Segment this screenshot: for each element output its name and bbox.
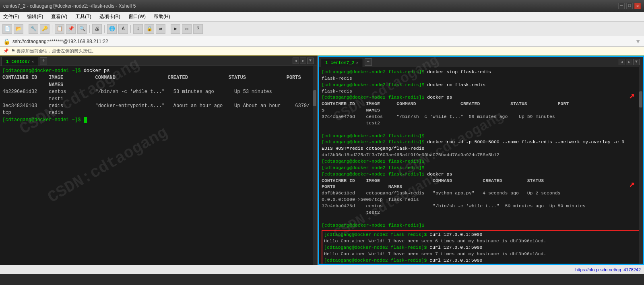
left-nav-prev[interactable]: ◀: [293, 58, 299, 64]
menu-bar: 文件(F) 编辑(E) 查看(V) 工具(T) 选项卡(B) 窗口(W) 帮助(…: [0, 12, 644, 22]
right-line-11: [cdtaogang@docker-node2 flask-redis]$: [322, 133, 640, 139]
globe-icon[interactable]: 🌐: [107, 24, 117, 34]
right-line-25: [cdtaogang@docker-node2 flask-redis]$: [322, 222, 640, 229]
paste-icon[interactable]: 📌: [66, 24, 76, 34]
hint-icon: 📌: [3, 48, 9, 54]
right-box-line-5: [cdtaogang@docker-node2 flask-redis]$ cu…: [324, 257, 638, 264]
sftp-icon[interactable]: ↕: [133, 24, 143, 34]
toolbar-separator-1: [26, 25, 26, 33]
hint-text: ⚑ 要添加当前会话，点击左侧的箭头按钮。: [11, 48, 96, 54]
left-nav-menu[interactable]: ▼: [307, 58, 314, 64]
right-scroll-thumb[interactable]: [639, 91, 642, 107]
right-line-6: CONTAINER ID IMAGE COMMAND CREATED STATU…: [322, 101, 640, 107]
address-dropdown-icon[interactable]: ▼: [635, 38, 641, 45]
main-content: CSDN:cdtaogang CSDN:cdtaogang 1 centos7 …: [0, 56, 644, 265]
address-text: ssh://cdtaogang:********@192.168.88.211:…: [12, 39, 108, 44]
new-session-icon[interactable]: 📄: [2, 24, 12, 34]
find-icon[interactable]: 🔍: [77, 24, 87, 34]
hint-bar: 📌 ⚑ 要添加当前会话，点击左侧的箭头按钮。: [0, 47, 644, 56]
right-panel-tab-add[interactable]: +: [365, 58, 372, 66]
left-term-content[interactable]: [cdtaogang@docker-node1 ~]$ docker ps CO…: [0, 66, 317, 265]
left-tab-close[interactable]: ✕: [31, 59, 34, 64]
right-nav-menu[interactable]: ▼: [633, 59, 640, 65]
right-line-14: dbf3b96c18cd225a7f3a7603ae465a4f9f9e93ba…: [322, 152, 640, 158]
right-line-2: flask-redis: [322, 75, 640, 82]
close-button[interactable]: ✕: [634, 3, 641, 9]
left-line-8: [cdtaogang@docker-node1 ~]$: [2, 117, 314, 124]
right-line-12: [cdtaogang@docker-node2 flask-redis]$ do…: [322, 139, 640, 145]
right-nav-prev[interactable]: ◀: [619, 59, 625, 65]
right-nav-next[interactable]: ▶: [626, 59, 632, 65]
key-icon[interactable]: 🔑: [40, 24, 50, 34]
toolbar-separator-2: [52, 25, 52, 33]
left-panel-tab-add[interactable]: +: [40, 57, 47, 64]
menu-file[interactable]: 文件(F): [2, 12, 21, 21]
left-line-6: 3ec348346103 redis "docker-entrypoint.s.…: [2, 103, 314, 109]
right-line-10: [322, 126, 640, 133]
compose-icon[interactable]: ✉: [182, 24, 192, 34]
left-panel-tab-centos7[interactable]: 1 centos7 ✕: [2, 57, 38, 66]
lock-icon[interactable]: 🔒: [144, 24, 154, 34]
right-line-1: [cdtaogang@docker-node2 flask-redis]$ do…: [322, 69, 640, 75]
toolbar-separator-6: [168, 25, 168, 33]
right-line-15: [cdtaogang@docker-node2 flask-redis]$: [322, 158, 640, 165]
right-line-5: [cdtaogang@docker-node2 flask-redis]$ do…: [322, 94, 640, 101]
menu-tools[interactable]: 工具(T): [74, 12, 93, 21]
left-line-2: CONTAINER ID IMAGE COMMAND CREATED STATU…: [2, 74, 314, 81]
menu-view[interactable]: 查看(V): [50, 12, 69, 21]
menu-tabs[interactable]: 选项卡(B): [98, 12, 122, 21]
right-box-line-3: [cdtaogang@docker-node2 flask-redis]$ cu…: [324, 244, 638, 251]
title-bar: centos7_2 - cdtaogang@docker-node2:~/fla…: [0, 0, 644, 12]
properties-icon[interactable]: 🔧: [29, 24, 38, 34]
left-line-1: [cdtaogang@docker-node1 ~]$ docker ps: [2, 68, 314, 74]
right-line-22: 37c4cba0476d centos "/bin/sh -c 'while t…: [322, 203, 640, 209]
red-arrow-2: ↗: [629, 178, 635, 191]
menu-edit[interactable]: 编辑(E): [25, 12, 45, 21]
right-line-3: [cdtaogang@docker-node2 flask-redis]$ do…: [322, 82, 640, 88]
copy-icon[interactable]: 📋: [55, 24, 64, 34]
left-line-4: 4b2296e81d32 centos "/bin/sh -c 'while t…: [2, 89, 314, 95]
print-icon[interactable]: 🖨: [92, 24, 102, 34]
right-term-content[interactable]: ↗ ↗ [cdtaogang@docker-node2 flask-redis]…: [319, 67, 643, 264]
minimize-button[interactable]: ─: [618, 3, 625, 9]
right-terminal-panel[interactable]: CSDN:cdtaogang CSDN:cdtaogang CSDN:cdtao…: [318, 56, 644, 265]
left-panel-tab-row: 1 centos7 ✕ + ◀ ▶ ▼: [0, 56, 317, 66]
right-line-18: CONTAINER ID IMAGE COMMAND CREATED STATU…: [322, 178, 640, 184]
help-icon2[interactable]: ?: [193, 24, 203, 34]
left-terminal-panel[interactable]: CSDN:cdtaogang CSDN:cdtaogang 1 centos7 …: [0, 56, 318, 265]
menu-help[interactable]: 帮助(H): [152, 12, 172, 21]
right-line-13: EDIS_HOST=redis cdtaogang/flask-redis: [322, 145, 640, 152]
right-line-9: test2: [322, 120, 640, 126]
right-tab-label: 1 centos7_2: [325, 60, 355, 65]
window-title: centos7_2 - cdtaogang@docker-node2:~/fla…: [3, 3, 136, 9]
right-panel-tab-centos7-2[interactable]: 1 centos7_2 ✕: [321, 58, 363, 67]
right-panel-tab-row: 1 centos7_2 ✕ + ◀ ▶ ▼: [319, 57, 643, 67]
status-url: https://blog.csdn.net/qq_4178242: [575, 267, 641, 272]
right-scrollbar[interactable]: [639, 67, 643, 264]
right-line-16: [cdtaogang@docker-node2 flask-redis]$: [322, 165, 640, 171]
toolbar: 📄 📂 🔧 🔑 📋 📌 🔍 🖨 🌐 A ↕ 🔒 ⇄ ▶ ✉ ?: [0, 22, 644, 36]
right-line-23: test2: [322, 209, 640, 216]
script-icon[interactable]: ▶: [171, 24, 180, 34]
left-scroll-thumb[interactable]: [313, 90, 316, 106]
right-box-line-1: [cdtaogang@docker-node2 flask-redis]$ cu…: [324, 231, 638, 238]
open-icon[interactable]: 📂: [14, 24, 23, 34]
right-line-24: [322, 216, 640, 222]
transfer-icon[interactable]: ⇄: [156, 24, 165, 34]
toolbar-separator-3: [89, 25, 90, 33]
maximize-button[interactable]: □: [626, 3, 633, 9]
right-tab-close[interactable]: ✕: [356, 60, 359, 65]
left-scrollbar[interactable]: [313, 66, 317, 265]
toolbar-separator-4: [104, 25, 105, 33]
right-panel-nav: ◀ ▶ ▼: [619, 59, 641, 65]
left-panel-nav: ◀ ▶ ▼: [293, 58, 315, 64]
right-box-line-4: Hello Container World! I have been seen …: [324, 251, 638, 257]
right-line-8: 37c4cba0476d centos "/bin/sh -c 'while t…: [322, 114, 640, 120]
menu-window[interactable]: 窗口(W): [127, 12, 147, 21]
window-controls[interactable]: ─ □ ✕: [618, 3, 641, 9]
font-icon[interactable]: A: [118, 24, 128, 34]
red-arrow-1: ↗: [629, 89, 635, 102]
red-box-highlight: [cdtaogang@docker-node2 flask-redis]$ cu…: [322, 230, 640, 264]
left-nav-next[interactable]: ▶: [300, 58, 306, 64]
right-line-21: 0.0.0.0:5000->5000/tcp flask-redis: [322, 196, 640, 203]
